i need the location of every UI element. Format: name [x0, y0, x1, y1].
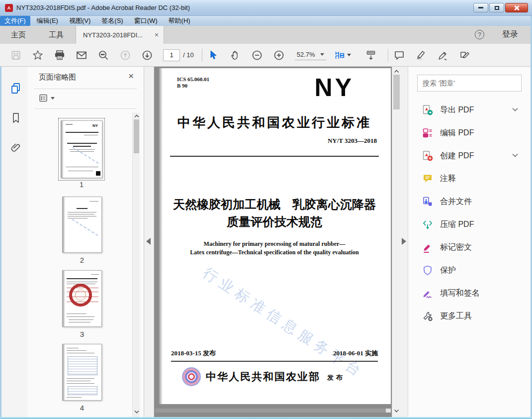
- highlight-button[interactable]: [415, 49, 427, 61]
- tab-document[interactable]: NYT3203-2018FDI... ×: [76, 26, 164, 44]
- collapse-left-panel-icon[interactable]: [146, 238, 151, 245]
- page-scrolling-button[interactable]: [365, 49, 377, 61]
- left-rail: [0, 67, 27, 417]
- thumbnail-page-4[interactable]: [62, 344, 102, 401]
- comment-button[interactable]: [393, 49, 405, 61]
- zoom-in-icon: [273, 49, 285, 61]
- zoom-level-dropdown[interactable]: 52.7%: [295, 50, 326, 60]
- panel-splitter-left[interactable]: [144, 67, 154, 417]
- thumbnail-page-2[interactable]: [62, 197, 102, 253]
- tool-export-pdf[interactable]: 导出 PDF: [408, 99, 531, 121]
- menu-file[interactable]: 文件(F): [0, 16, 30, 26]
- thumbnail-label: 4: [61, 404, 103, 412]
- stamp-annotate-button[interactable]: [459, 49, 471, 61]
- document-horizontal-scrollbar[interactable]: [155, 409, 391, 413]
- menu-view[interactable]: 视图(V): [65, 16, 95, 26]
- tool-compress-pdf[interactable]: 压缩 PDF: [408, 213, 531, 236]
- tool-create-pdf[interactable]: 创建 PDF: [408, 144, 531, 167]
- fit-width-button[interactable]: [334, 49, 351, 61]
- chevron-down-icon[interactable]: [512, 153, 518, 157]
- scrollbar-thumb[interactable]: [393, 75, 400, 109]
- highlighter-icon: [415, 49, 427, 61]
- menu-edit[interactable]: 编辑(E): [32, 16, 63, 26]
- thumbnail-page-1[interactable]: NY: [61, 120, 102, 178]
- tool-label: 填写和签名: [440, 288, 480, 299]
- tab-tools[interactable]: 工具: [49, 26, 64, 44]
- compress-pdf-icon: [422, 219, 433, 230]
- sign-button[interactable]: [437, 49, 449, 61]
- save-button[interactable]: [10, 49, 22, 61]
- tools-search-input[interactable]: [417, 75, 522, 92]
- protect-icon: [422, 265, 433, 276]
- tool-fill-sign[interactable]: 填写和签名: [408, 282, 531, 305]
- bookmark-icon: [9, 111, 22, 124]
- dates-row: 2018-03-15 发布 2018-06-01 实施: [171, 349, 378, 362]
- red-seal: [69, 284, 92, 307]
- star-icon: [32, 49, 44, 61]
- email-icon: [76, 49, 88, 61]
- sign-in-button[interactable]: 登录: [502, 29, 518, 40]
- standard-code: NY/T 3203—2018: [328, 137, 377, 145]
- menu-help[interactable]: 帮助(H): [164, 16, 195, 26]
- attachments-rail-button[interactable]: [9, 141, 22, 154]
- scrollbar-thumb[interactable]: [155, 409, 386, 413]
- maximize-button[interactable]: [489, 3, 504, 12]
- tool-label: 创建 PDF: [440, 151, 474, 161]
- chevron-down-icon[interactable]: [512, 107, 518, 111]
- tab-close-icon[interactable]: ×: [155, 31, 159, 39]
- window-border: [0, 417, 532, 419]
- panel-splitter-right[interactable]: [401, 67, 408, 417]
- thumbnail-page-3[interactable]: [62, 270, 102, 327]
- zoom-level-value: 52.7%: [297, 51, 315, 58]
- thumbnails-options-button[interactable]: [39, 94, 55, 103]
- menu-sign[interactable]: 签名(S): [97, 16, 127, 26]
- email-button[interactable]: [76, 49, 88, 61]
- search-button[interactable]: [97, 49, 109, 61]
- previous-page-button[interactable]: [119, 49, 131, 61]
- thumbnails-scrollbar[interactable]: [132, 112, 140, 417]
- tab-home[interactable]: 主页: [11, 26, 26, 44]
- page-number-input[interactable]: 1: [163, 49, 180, 61]
- tool-redact[interactable]: 标记密文: [408, 236, 531, 259]
- page-scrolling-icon: [365, 49, 377, 61]
- page-thumbnails-icon: [9, 82, 22, 95]
- tool-comment[interactable]: 注释: [408, 167, 531, 190]
- tool-combine-files[interactable]: 合并文件: [408, 190, 531, 213]
- thumbnails-panel-close-icon[interactable]: ×: [128, 71, 134, 82]
- doc-title-english: Machinery for primary processing of matu…: [158, 240, 391, 257]
- close-button[interactable]: [505, 3, 528, 12]
- chevron-down-icon: [51, 97, 55, 100]
- scroll-up-icon: [394, 70, 399, 73]
- document-vertical-scrollbar[interactable]: [392, 67, 401, 417]
- print-button[interactable]: [54, 49, 66, 61]
- chevron-down-icon: [320, 53, 324, 56]
- combine-files-icon: [422, 196, 433, 207]
- options-icon: [39, 94, 48, 103]
- select-tool-button[interactable]: [207, 49, 219, 61]
- menu-window[interactable]: 窗口(W): [130, 16, 162, 26]
- help-icon[interactable]: ?: [475, 30, 484, 39]
- issue-date: 2018-03-15 发布: [171, 349, 216, 358]
- zoom-out-button[interactable]: [251, 49, 263, 61]
- tool-edit-pdf[interactable]: 编辑 PDF: [408, 121, 531, 144]
- minimize-button[interactable]: [473, 3, 488, 12]
- star-button[interactable]: [32, 49, 44, 61]
- divider: [34, 108, 137, 109]
- tool-more-tools[interactable]: 更多工具: [408, 305, 531, 327]
- document-viewport[interactable]: ICS 65.060.01 B 90 NY 中华人民共和国农业行业标准 NY/T…: [154, 67, 392, 417]
- thumbnails-panel: 页面缩略图 × NY 1: [27, 67, 144, 417]
- hand-tool-button[interactable]: [229, 49, 241, 61]
- tool-protect[interactable]: 保护: [408, 259, 531, 282]
- page-thumbnails-rail-button[interactable]: [9, 82, 22, 95]
- implementation-date: 2018-06-01 实施: [333, 349, 378, 358]
- zoom-in-button[interactable]: [273, 49, 285, 61]
- tool-label: 压缩 PDF: [440, 219, 474, 230]
- rule: [170, 156, 379, 157]
- next-page-button[interactable]: [141, 49, 153, 61]
- scrollbar-thumb[interactable]: [134, 119, 139, 153]
- cursor-icon: [207, 49, 219, 61]
- bookmarks-rail-button[interactable]: [9, 111, 22, 124]
- scroll-down-icon: [394, 409, 399, 413]
- collapse-right-panel-icon[interactable]: [402, 238, 406, 245]
- scroll-up-icon: [134, 114, 139, 118]
